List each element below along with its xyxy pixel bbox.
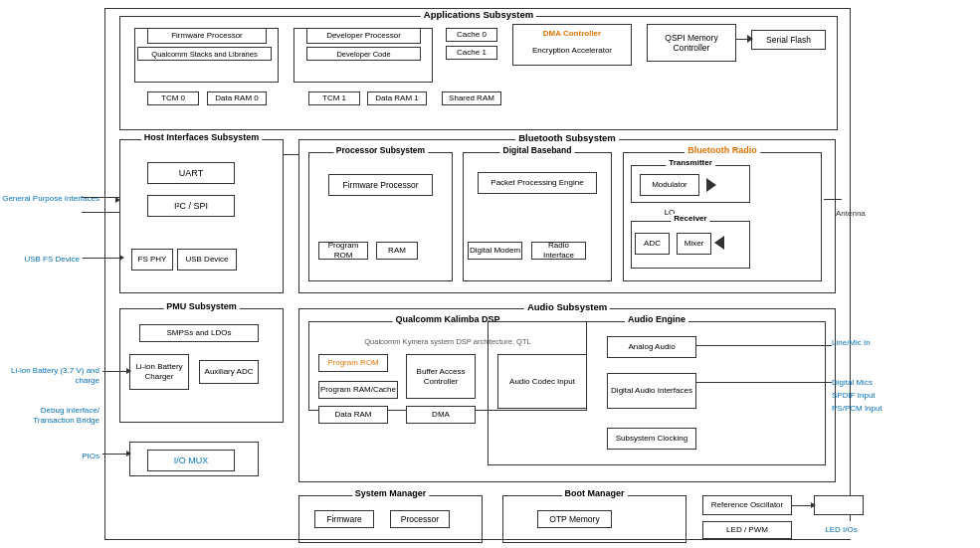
audio-subsystem-label: Audio Subsystem bbox=[524, 301, 610, 312]
antenna-label: Antenna bbox=[836, 209, 866, 218]
dma-controller-box: DMA Controller bbox=[514, 26, 630, 42]
processor-sys-box: Processor bbox=[390, 510, 450, 528]
tcm1-box: TCM 1 bbox=[308, 91, 360, 105]
arrowhead-crystal bbox=[811, 502, 816, 508]
arrowhead-gp-1 bbox=[115, 197, 120, 203]
developer-processor-box: Developer Processor bbox=[306, 28, 421, 44]
data-ram-audio-box: Data RAM bbox=[318, 406, 388, 424]
fs-phy-box: FS PHY bbox=[131, 249, 173, 271]
arrow-head-qspi bbox=[747, 35, 753, 43]
tcm0-box: TCM 0 bbox=[147, 91, 199, 105]
firmware-processor-box: Firmware Processor bbox=[147, 28, 267, 44]
io-mux-outer bbox=[129, 442, 259, 476]
usb-area: FS PHY USB Device bbox=[131, 246, 271, 274]
receive-triangle bbox=[714, 236, 724, 250]
transmit-triangle bbox=[706, 178, 716, 192]
li-ion-charger-box: Li-ion Battery Charger bbox=[129, 354, 189, 390]
line-mic-label: Line/Mic In bbox=[832, 338, 871, 347]
processor-subsystem-box: Processor Subsystem bbox=[308, 152, 453, 281]
arrowhead-liion bbox=[126, 368, 131, 374]
pios-label: PIOs bbox=[2, 452, 99, 460]
processor-subsystem-label: Processor Subsystem bbox=[333, 145, 428, 155]
ps-pcm-label: PS/PCM Input bbox=[832, 404, 882, 413]
transmitter-label: Transmitter bbox=[666, 158, 715, 167]
adc-box: ADC bbox=[635, 233, 670, 255]
receiver-label: Receiver bbox=[671, 214, 709, 223]
analog-audio-box: Analog Audio bbox=[607, 336, 696, 358]
smps-ldos-box: SMPSs and LDOs bbox=[139, 324, 259, 342]
audio-codec-box: Audio Codec Input bbox=[497, 354, 587, 409]
firmware-sys-box: Firmware bbox=[314, 510, 374, 528]
audio-engine-label: Audio Engine bbox=[625, 314, 688, 324]
pmu-subsystem-label: PMU Subsystem bbox=[163, 301, 240, 311]
cache1-box: Cache 1 bbox=[446, 46, 497, 60]
packet-processing-box: Packet Processing Engine bbox=[478, 172, 597, 194]
host-interfaces-label: Host Interfaces Subsystem bbox=[141, 132, 263, 142]
usb-fs-label: USB FS Device bbox=[2, 255, 80, 264]
usb-device-box: USB Device bbox=[177, 249, 237, 271]
li-ion-battery-label: Li-ion Battery (3.7 V) and charge bbox=[2, 366, 99, 387]
data-ram1-box: Data RAM 1 bbox=[367, 91, 427, 105]
cache0-box: Cache 0 bbox=[446, 28, 497, 42]
arrowhead-usb bbox=[119, 255, 124, 261]
arrow-pios bbox=[102, 454, 129, 455]
program-rom-audio-box: Program ROM bbox=[318, 354, 388, 372]
mixer-box: Mixer bbox=[677, 233, 711, 255]
firmware-processor-bt-box: Firmware Processor bbox=[328, 174, 433, 196]
program-ram-cache-box: Program RAM/Cache bbox=[318, 381, 398, 399]
modulator-box: Modulator bbox=[640, 174, 699, 196]
subsystem-clocking-box: Subsystem Clocking bbox=[607, 428, 696, 450]
arrowhead-pios bbox=[126, 451, 131, 457]
otp-memory-box: OTP Memory bbox=[537, 510, 612, 528]
radio-interface-box: Radio Interface bbox=[531, 242, 586, 260]
arrow-gp-2 bbox=[82, 212, 119, 213]
qualcomm-stacks-box: Qualcomm Stacks and Libraries bbox=[137, 47, 272, 61]
bluetooth-subsystem-label: Bluetooth Subsystem bbox=[515, 132, 619, 143]
arrow-usb bbox=[83, 258, 122, 259]
debug-interface-label: Debug Interface/ Transaction Bridge bbox=[2, 406, 99, 427]
crystal-box bbox=[814, 495, 864, 515]
i2c-spi-box: I²C / SPI bbox=[147, 195, 235, 217]
digital-baseband-label: Digital Baseband bbox=[500, 145, 575, 155]
auxiliary-adc-box: Auxiliary ADC bbox=[199, 360, 259, 384]
bluetooth-radio-label: Bluetooth Radio bbox=[685, 145, 760, 155]
program-rom-bt-box: Program ROM bbox=[318, 242, 368, 260]
boot-manager-label: Boot Manager bbox=[561, 488, 627, 498]
kalimba-dsp-label: Qualcomm Kalimba DSP bbox=[392, 314, 502, 324]
spdif-label: SPDIF Input bbox=[832, 391, 876, 400]
arrow-liion bbox=[102, 371, 129, 372]
qspi-box: QSPI Memory Controller bbox=[647, 24, 736, 62]
general-purpose-label: General Purpose Interfaces bbox=[2, 194, 99, 204]
encryption-accelerator-box: Encryption Accelerator bbox=[514, 44, 630, 58]
arrow-analog-audio bbox=[696, 345, 832, 346]
developer-code-box: Developer Code bbox=[306, 47, 421, 61]
shared-ram-box: Shared RAM bbox=[442, 91, 501, 105]
ram-bt-box: RAM bbox=[376, 242, 418, 260]
buffer-access-box: Buffer Access Controller bbox=[406, 354, 476, 399]
led-pwm-box: LED / PWM bbox=[702, 521, 792, 539]
arrow-antenna bbox=[824, 199, 842, 200]
ref-oscillator-box: Reference Oscillator bbox=[702, 495, 792, 515]
arrow-hi-bt bbox=[284, 154, 299, 155]
dma-audio-box: DMA bbox=[406, 406, 476, 424]
architecture-diagram: Applications Subsystem Firmware Processo… bbox=[0, 0, 980, 548]
arrow-gp-1 bbox=[82, 197, 119, 198]
digital-mics-label: Digital Mics bbox=[832, 378, 873, 387]
uart-box: UART bbox=[147, 162, 235, 184]
system-manager-label: System Manager bbox=[352, 488, 430, 498]
arrow-digital-audio bbox=[696, 382, 832, 383]
data-ram0-box: Data RAM 0 bbox=[207, 91, 267, 105]
digital-modem-box: Digital Modem bbox=[468, 242, 522, 260]
serial-flash-box: Serial Flash bbox=[751, 30, 826, 50]
led-ios-label: LED I/Os bbox=[814, 521, 869, 539]
digital-audio-box: Digital Audio Interfaces bbox=[607, 373, 696, 409]
applications-subsystem-label: Applications Subsystem bbox=[421, 9, 536, 20]
